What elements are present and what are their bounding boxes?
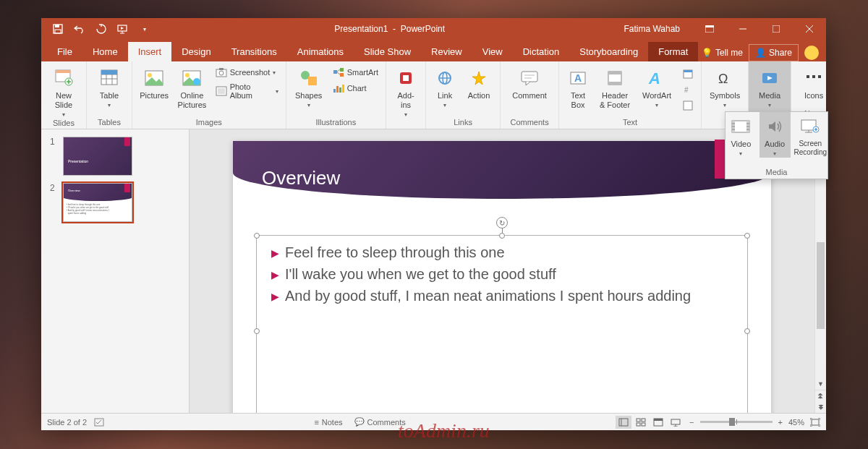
resize-handle-e[interactable]	[744, 328, 750, 334]
share-button[interactable]: 👤Share	[749, 44, 799, 61]
feedback-smiley-icon[interactable]	[804, 46, 819, 60]
comments-button[interactable]: 💬Comments	[354, 417, 406, 427]
tab-review[interactable]: Review	[421, 42, 472, 61]
text-content-area[interactable]: ▶Feel free to sleep through this one ▶I'…	[257, 236, 747, 315]
video-button[interactable]: Video▾	[726, 112, 757, 158]
bullet-icon: ▶	[271, 243, 279, 260]
new-slide-icon	[52, 67, 75, 90]
scroll-thumb[interactable]	[817, 242, 825, 329]
media-button[interactable]: Media▾	[753, 64, 786, 109]
tab-transitions[interactable]: Transitions	[221, 42, 287, 61]
slide-sorter-view-button[interactable]	[633, 416, 649, 429]
slide-thumbnail-1[interactable]: Presentation	[63, 137, 132, 176]
notes-button[interactable]: ≡Notes	[314, 417, 342, 427]
resize-handle-n[interactable]	[499, 233, 505, 239]
slide-title-shape[interactable]: Overview	[233, 141, 771, 199]
table-icon	[98, 67, 121, 90]
ribbon-display-options-button[interactable]	[693, 18, 726, 40]
header-footer-button[interactable]: Header & Footer	[595, 64, 634, 110]
zoom-percent[interactable]: 45%	[788, 418, 804, 427]
slideshow-view-button[interactable]	[668, 416, 684, 429]
tab-design[interactable]: Design	[171, 42, 221, 61]
redo-button[interactable]	[90, 18, 112, 40]
tab-view[interactable]: View	[472, 42, 513, 61]
slide-indicator[interactable]: Slide 2 of 2	[47, 418, 87, 427]
icons-button[interactable]: Icons	[796, 64, 832, 101]
table-button[interactable]: Table▾	[91, 64, 127, 109]
audio-button[interactable]: Audio▾	[760, 112, 791, 158]
group-label-text: Text	[563, 118, 697, 129]
comments-icon: 💬	[354, 417, 365, 427]
addins-button[interactable]: Add- ins▾	[391, 64, 421, 119]
ribbon-tabs: File Home Insert Design Transitions Anim…	[41, 40, 826, 61]
resize-handle-nw[interactable]	[254, 233, 260, 239]
undo-button[interactable]	[69, 18, 90, 40]
qat-customize-button[interactable]: ▾	[134, 18, 156, 40]
shapes-button[interactable]: Shapes▾	[291, 64, 327, 109]
slide-edit-area[interactable]: Overview ↻ ▶Feel free to sleep through t…	[190, 129, 814, 413]
tab-dictation[interactable]: Dictation	[513, 42, 570, 61]
media-dropdown-popup: Video▾ Audio▾ Screen Recording Media	[725, 111, 828, 179]
text-box-button[interactable]: A Text Box	[563, 64, 592, 110]
symbols-button[interactable]: Ω Symbols▾	[706, 64, 744, 109]
svg-point-24	[148, 73, 152, 77]
svg-rect-54	[608, 72, 621, 74]
action-button[interactable]: Action	[462, 64, 495, 101]
zoom-slider[interactable]	[700, 421, 773, 423]
link-icon	[433, 67, 456, 90]
link-button[interactable]: Link▾	[430, 64, 459, 109]
normal-view-button[interactable]	[616, 416, 631, 429]
screen-recording-button[interactable]: Screen Recording	[793, 112, 828, 157]
screenshot-button[interactable]: Screenshot ▾	[213, 65, 281, 80]
svg-text:Ω: Ω	[718, 72, 728, 86]
text-more-3[interactable]	[679, 98, 697, 113]
minimize-button[interactable]	[726, 18, 760, 40]
resize-handle-w[interactable]	[254, 328, 260, 334]
maximize-button[interactable]	[760, 18, 793, 40]
slide-canvas: Overview ↻ ▶Feel free to sleep through t…	[233, 141, 771, 413]
zoom-in-button[interactable]: +	[778, 418, 783, 427]
tab-animations[interactable]: Animations	[287, 42, 354, 61]
group-label-comments: Comments	[505, 118, 554, 129]
slide-thumbnail-2[interactable]: Overview • feel free to sleep through th…	[63, 183, 132, 222]
tab-insert[interactable]: Insert	[128, 42, 172, 61]
shapes-icon	[297, 67, 320, 90]
save-button[interactable]	[47, 18, 69, 40]
zoom-knob[interactable]	[729, 418, 735, 426]
tab-file[interactable]: File	[47, 42, 82, 61]
pictures-button[interactable]: Pictures	[137, 64, 171, 101]
svg-rect-75	[671, 419, 680, 424]
powerpoint-window: ▾ Presentation1 - PowerPoint Fatima Waha…	[41, 18, 826, 430]
new-slide-button[interactable]: New Slide▾	[46, 64, 82, 119]
close-button[interactable]	[793, 18, 826, 40]
content-text-box[interactable]: ↻ ▶Feel free to sleep through this one ▶…	[256, 235, 748, 413]
chart-button[interactable]: Chart	[330, 81, 381, 95]
workspace: 1 Presentation 2 Overview • feel free to…	[41, 129, 826, 413]
prev-slide-button[interactable]: ⯭	[815, 390, 826, 402]
spell-check-icon[interactable]	[94, 418, 104, 427]
next-slide-button[interactable]: ⯯	[815, 402, 826, 414]
reading-view-button[interactable]	[650, 416, 666, 429]
photo-album-button[interactable]: Photo Album ▾	[213, 81, 281, 101]
slideshow-from-start-button[interactable]	[112, 18, 134, 40]
online-pictures-button[interactable]: Online Pictures	[174, 64, 209, 110]
smartart-button[interactable]: SmartArt	[330, 65, 381, 80]
rotate-handle[interactable]: ↻	[496, 217, 508, 228]
comment-button[interactable]: Comment	[505, 64, 554, 101]
quick-access-toolbar: ▾	[41, 18, 156, 40]
tab-home[interactable]: Home	[82, 42, 128, 61]
tab-slideshow[interactable]: Slide Show	[354, 42, 421, 61]
zoom-out-button[interactable]: −	[689, 418, 694, 427]
svg-rect-34	[308, 77, 317, 85]
user-name[interactable]: Fatima Wahab	[624, 24, 686, 34]
tell-me-search[interactable]: 💡Tell me	[702, 48, 743, 58]
text-more-2[interactable]: #	[679, 82, 697, 97]
wordart-button[interactable]: A WordArt▾	[637, 64, 676, 109]
fit-to-window-button[interactable]	[810, 418, 820, 427]
tab-format[interactable]: Format	[648, 42, 698, 61]
video-icon	[729, 115, 752, 138]
scroll-down-button[interactable]: ▼	[815, 378, 826, 390]
text-more-1[interactable]	[679, 67, 697, 81]
resize-handle-ne[interactable]	[744, 233, 750, 239]
tab-storyboarding[interactable]: Storyboarding	[569, 42, 648, 61]
